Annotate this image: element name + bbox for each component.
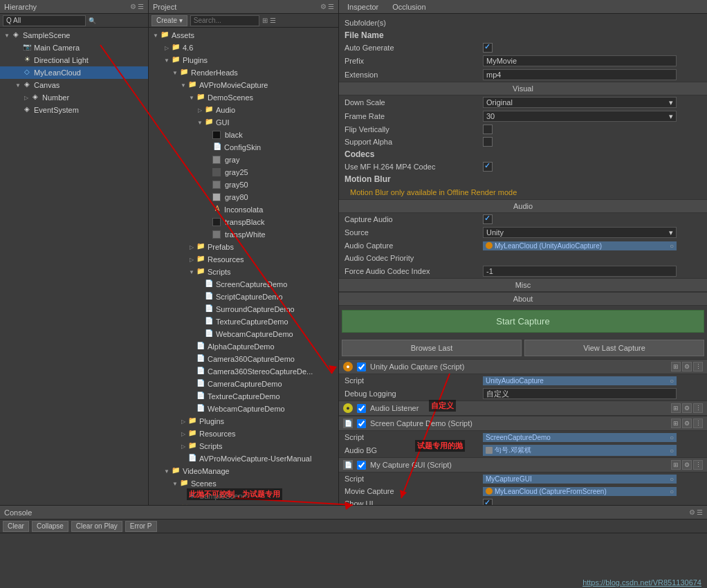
project-item-avpro-usermanual[interactable]: 📄 AVProMovieCapture-UserManual — [149, 452, 338, 465]
audiocapture-ref[interactable]: MyLeanCloud (UnityAudioCapture) ○ — [483, 241, 677, 250]
project-item-texturecapturedemo2[interactable]: 📄 TextureCaptureDemo — [149, 390, 338, 403]
mcg-script-ref[interactable]: MyCaptureGUI ○ — [483, 475, 677, 484]
project-item-webcamcapturedemo2[interactable]: 📄 WebcamCaptureDemo — [149, 403, 338, 415]
project-item-cameracapturedemo[interactable]: 📄 CameraCaptureDemo — [149, 378, 338, 390]
audiobg-ref-btn[interactable]: ○ — [670, 447, 674, 454]
project-item-resources2[interactable]: ▷ 📁 Resources — [149, 428, 338, 440]
prefix-input[interactable] — [483, 55, 677, 66]
unity-audio-capture-settings-btn[interactable]: ⚙ — [682, 362, 692, 371]
captureaudio-checkbox[interactable]: ✓ — [483, 214, 493, 224]
start-capture-btn[interactable]: Start Capture — [342, 310, 704, 333]
project-item-camera360capturedemo[interactable]: 📄 Camera360CaptureDemo — [149, 353, 338, 365]
project-item-gray[interactable]: gray — [149, 154, 338, 166]
extension-input[interactable] — [483, 69, 677, 80]
audio-listener-more-btn[interactable]: ⋮ — [693, 403, 703, 413]
console-lock-icon[interactable]: ⚙ — [689, 508, 695, 516]
project-item-scriptcapturedemo[interactable]: 📄 ScriptCaptureDemo — [149, 291, 338, 303]
project-item-prefabs[interactable]: ▷ 📁 Prefabs — [149, 241, 338, 253]
project-item-samplescene[interactable]: ◈ SampleScene — [149, 490, 338, 502]
tree-item-samplescene[interactable]: ▼ ◈ SampleScene — [0, 29, 148, 42]
project-item-plugins[interactable]: ▼ 📁 Plugins — [149, 54, 338, 66]
flipvertically-checkbox[interactable] — [483, 125, 493, 134]
audio-listener-enabled[interactable] — [357, 404, 366, 413]
project-create-btn[interactable]: Create ▾ — [152, 15, 187, 26]
unity-audio-capture-enabled[interactable] — [357, 362, 366, 371]
tree-item-directional-light[interactable]: ☀ Directional Light — [0, 54, 148, 66]
project-menu-icon[interactable]: ☰ — [328, 3, 334, 10]
console-menu-icon[interactable]: ☰ — [697, 508, 703, 516]
tree-item-number[interactable]: ▷ ◈ Number — [0, 91, 148, 104]
moviecapture-ref-btn[interactable]: ○ — [670, 488, 674, 495]
project-item-avpro[interactable]: ▼ 📁 AVProMovieCapture — [149, 79, 338, 91]
project-item-46[interactable]: ▷ 📁 4.6 — [149, 42, 338, 54]
my-capture-gui-settings-btn[interactable]: ⚙ — [682, 460, 692, 470]
debug-logging-dropdown[interactable]: 自定义 — [483, 388, 677, 399]
project-item-inconsolata[interactable]: A Inconsolata — [149, 203, 338, 216]
project-item-configskin[interactable]: 📄 ConfigSkin — [149, 141, 338, 154]
downscale-dropdown[interactable]: Original ▾ — [483, 97, 677, 108]
audio-listener-settings-btn[interactable]: ⚙ — [682, 403, 692, 413]
project-item-renderheads[interactable]: ▼ 📁 RenderHeads — [149, 66, 338, 79]
project-item-resources[interactable]: ▷ 📁 Resources — [149, 253, 338, 266]
project-item-transpwhite[interactable]: transpWhite — [149, 228, 338, 241]
project-item-gray50[interactable]: gray50 — [149, 178, 338, 191]
screen-capture-demo-settings-btn[interactable]: ⚙ — [682, 419, 692, 428]
project-item-videomanage[interactable]: ▼ 📁 VideoManage — [149, 465, 338, 477]
project-item-black[interactable]: black — [149, 129, 338, 141]
unity-audio-capture-more-btn[interactable]: ⋮ — [693, 362, 703, 371]
project-item-camera360stereocapturedemo[interactable]: 📄 Camera360StereoCaptureDe... — [149, 365, 338, 378]
audio-listener-menu-btn[interactable]: ⊞ — [671, 403, 681, 413]
moviecapture-ref[interactable]: MyLeanCloud (CaptureFromScreen) ○ — [483, 487, 677, 496]
project-item-gray25[interactable]: gray25 — [149, 166, 338, 178]
project-item-gui[interactable]: ▼ 📁 GUI — [149, 116, 338, 129]
project-item-screencapturedemo[interactable]: 📄 ScreenCaptureDemo — [149, 278, 338, 291]
console-clear-btn[interactable]: Clear — [3, 521, 29, 532]
hierarchy-lock-icon[interactable]: ⚙ — [130, 3, 136, 10]
auto-generate-checkbox[interactable]: ✓ — [483, 43, 493, 53]
project-item-texturecapturedemo[interactable]: 📄 TextureCaptureDemo — [149, 315, 338, 328]
project-item-demoscenes[interactable]: ▼ 📁 DemoScenes — [149, 91, 338, 104]
project-item-audio[interactable]: ▷ 📁 Audio — [149, 104, 338, 116]
forceaudiocodec-input[interactable] — [483, 266, 677, 277]
project-search[interactable] — [190, 15, 259, 26]
framerate-dropdown[interactable]: 30 ▾ — [483, 111, 677, 122]
source-dropdown[interactable]: Unity ▾ — [483, 227, 677, 238]
project-item-webcamcapturedemo[interactable]: 📄 WebcamCaptureDemo — [149, 328, 338, 340]
supportalpha-checkbox[interactable] — [483, 137, 493, 147]
browse-last-btn[interactable]: Browse Last — [342, 340, 522, 356]
project-item-gray80[interactable]: gray80 — [149, 191, 338, 203]
tree-item-canvas[interactable]: ▼ ◈ Canvas — [0, 79, 148, 91]
mcg-script-ref-btn[interactable]: ○ — [670, 475, 674, 483]
tree-item-myleancloud[interactable]: ◇ MyLeanCloud — [0, 66, 148, 79]
console-clear-on-play-btn[interactable]: Clear on Play — [71, 521, 122, 532]
tree-item-eventsystem[interactable]: ◈ EventSystem — [0, 104, 148, 116]
audiobg-ref[interactable]: 句号.邓紫棋 ○ — [483, 445, 677, 456]
audiocapture-ref-btn[interactable]: ○ — [670, 242, 674, 250]
my-capture-gui-more-btn[interactable]: ⋮ — [693, 460, 703, 470]
console-error-pause-btn[interactable]: Error P — [125, 521, 157, 532]
screen-capture-demo-enabled[interactable] — [357, 419, 366, 428]
project-item-scripts[interactable]: ▼ 📁 Scripts — [149, 266, 338, 278]
unity-audio-script-ref-btn[interactable]: ○ — [670, 377, 674, 385]
project-item-plugins2[interactable]: ▷ 📁 Plugins — [149, 415, 338, 428]
project-lock-icon[interactable]: ⚙ — [320, 3, 327, 10]
view-last-capture-btn[interactable]: View Last Capture — [524, 340, 704, 356]
screen-capture-demo-menu-btn[interactable]: ⊞ — [671, 419, 681, 428]
hierarchy-menu-icon[interactable]: ☰ — [138, 3, 144, 10]
console-collapse-btn[interactable]: Collapse — [32, 521, 68, 532]
project-item-assets[interactable]: ▼ 📁 Assets — [149, 29, 338, 42]
showui-checkbox[interactable]: ✓ — [483, 499, 493, 505]
screen-capture-demo-more-btn[interactable]: ⋮ — [693, 419, 703, 428]
usemfh264-checkbox[interactable]: ✓ — [483, 162, 493, 172]
tree-item-main-camera[interactable]: 📷 Main Camera — [0, 42, 148, 54]
project-item-surroundcapturedemo[interactable]: 📄 SurroundCaptureDemo — [149, 303, 338, 315]
my-capture-gui-menu-btn[interactable]: ⊞ — [671, 460, 681, 470]
tab-inspector[interactable]: Inspector — [343, 1, 383, 12]
scd-script-ref[interactable]: ScreenCaptureDemo ○ — [483, 433, 677, 442]
hierarchy-search[interactable] — [3, 15, 86, 26]
unity-audio-script-ref[interactable]: UnityAudioCapture ○ — [483, 376, 677, 385]
project-item-transpblack[interactable]: transpBlack — [149, 216, 338, 228]
unity-audio-capture-menu-btn[interactable]: ⊞ — [671, 362, 681, 371]
project-item-scripts2[interactable]: ▷ 📁 Scripts — [149, 440, 338, 452]
my-capture-gui-enabled[interactable] — [357, 461, 366, 470]
